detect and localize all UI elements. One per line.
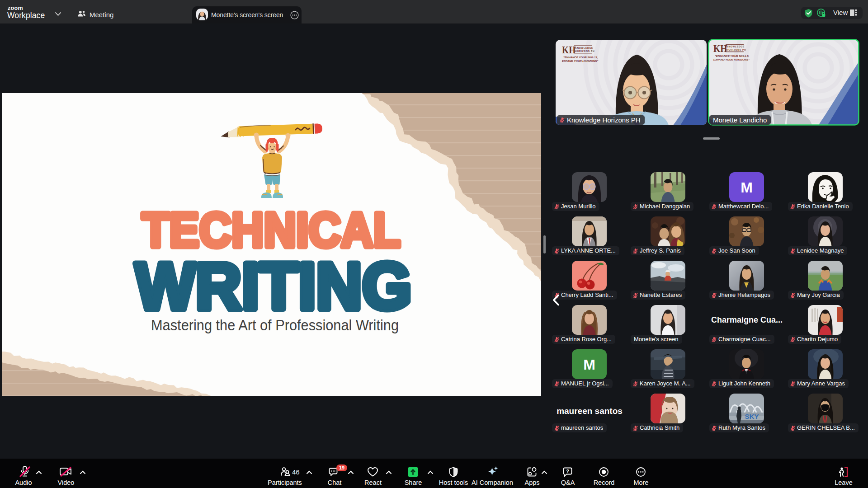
svg-text:KNOWLEDGE: KNOWLEDGE [726, 45, 745, 48]
svg-text:KH: KH [562, 43, 576, 56]
svg-text:TECHNICAL: TECHNICAL [142, 202, 401, 257]
svg-text:EXPAND YOUR HORIZONS": EXPAND YOUR HORIZONS" [713, 58, 750, 61]
svg-text:HORIZONS PH: HORIZONS PH [575, 50, 595, 52]
svg-text:?: ? [566, 469, 569, 474]
svg-text:"ENHANCE YOUR SKILLS,: "ENHANCE YOUR SKILLS, [563, 56, 598, 59]
svg-text:HORIZONS PH: HORIZONS PH [726, 48, 746, 51]
svg-text:Mastering the Art of Professio: Mastering the Art of Professional Writin… [151, 317, 399, 333]
svg-text:KH: KH [713, 42, 727, 54]
svg-text:KNOWLEDGE: KNOWLEDGE [575, 47, 593, 49]
svg-text:"ENHANCE YOUR SKILLS,: "ENHANCE YOUR SKILLS, [715, 54, 750, 57]
svg-text:SKY: SKY [745, 413, 759, 420]
svg-text:EXPAND YOUR HORIZONS": EXPAND YOUR HORIZONS" [562, 59, 598, 62]
svg-text:M: M [741, 179, 753, 196]
svg-text:WRITING: WRITING [135, 249, 412, 323]
svg-text:M: M [583, 357, 595, 373]
